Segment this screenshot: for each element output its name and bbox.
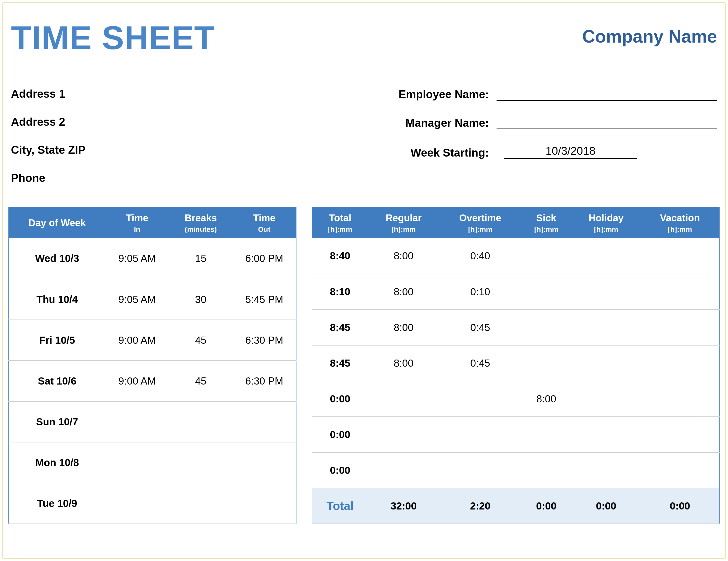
cell-sick[interactable] <box>521 452 571 488</box>
week-starting-field[interactable]: 10/3/2018 <box>504 144 637 159</box>
cell-vacation[interactable] <box>641 238 719 274</box>
cell-overtime[interactable] <box>439 417 521 452</box>
cell-total: 8:45 <box>312 345 368 381</box>
col-vacation-label: Vacation <box>660 213 700 223</box>
week-starting-label: Week Starting: <box>372 146 494 159</box>
totals-holiday: 0:00 <box>571 488 641 524</box>
cell-regular[interactable]: 8:00 <box>368 274 439 310</box>
cell-day[interactable]: Tue 10/9 <box>9 483 105 524</box>
cell-day[interactable]: Mon 10/8 <box>9 442 105 483</box>
cell-overtime[interactable] <box>439 452 521 488</box>
cell-total: 8:10 <box>312 274 368 310</box>
cell-regular[interactable] <box>368 452 439 488</box>
cell-regular[interactable] <box>368 417 439 452</box>
cell-overtime[interactable]: 0:45 <box>439 345 521 381</box>
cell-vacation[interactable] <box>641 345 719 381</box>
cell-time-out[interactable]: 6:00 PM <box>232 238 296 279</box>
col-overtime: Overtime [h]:mm <box>439 207 521 238</box>
cell-holiday[interactable] <box>571 274 641 310</box>
col-overtime-sub: [h]:mm <box>441 225 519 234</box>
totals-regular: 32:00 <box>368 488 439 524</box>
table-row: 8:458:000:45 <box>312 345 719 381</box>
cell-vacation[interactable] <box>641 381 719 417</box>
cell-vacation[interactable] <box>641 310 719 345</box>
cell-breaks[interactable]: 15 <box>169 238 233 279</box>
cell-day[interactable]: Sun 10/7 <box>9 401 105 442</box>
cell-sick[interactable]: 8:00 <box>521 381 571 417</box>
cell-breaks[interactable] <box>169 401 233 442</box>
cell-regular[interactable]: 8:00 <box>368 238 439 274</box>
cell-time-out[interactable] <box>232 442 296 483</box>
cell-holiday[interactable] <box>571 310 641 345</box>
totals-vacation: 0:00 <box>641 488 719 524</box>
cell-sick[interactable] <box>521 345 571 381</box>
cell-regular[interactable] <box>368 381 439 417</box>
cell-regular[interactable]: 8:00 <box>368 310 439 345</box>
cell-time-in[interactable]: 9:05 AM <box>105 238 169 279</box>
city-state-zip-label: City, State ZIP <box>11 143 356 156</box>
cell-sick[interactable] <box>521 417 571 452</box>
table-row: 8:458:000:45 <box>312 310 719 345</box>
cell-overtime[interactable]: 0:40 <box>439 238 521 274</box>
cell-holiday[interactable] <box>571 345 641 381</box>
col-time-out-label: Time <box>253 213 276 223</box>
cell-time-out[interactable] <box>232 483 296 524</box>
manager-name-label: Manager Name: <box>372 116 494 129</box>
cell-time-out[interactable] <box>232 401 296 442</box>
col-overtime-label: Overtime <box>459 213 501 223</box>
cell-holiday[interactable] <box>571 381 641 417</box>
table-row: Sat 10/69:00 AM456:30 PM <box>9 361 296 401</box>
cell-time-in[interactable]: 9:05 AM <box>105 279 169 320</box>
cell-day[interactable]: Wed 10/3 <box>9 238 105 279</box>
col-vacation: Vacation [h]:mm <box>641 207 719 238</box>
cell-overtime[interactable]: 0:45 <box>439 310 521 345</box>
cell-time-in[interactable] <box>105 401 169 442</box>
cell-holiday[interactable] <box>571 417 641 452</box>
cell-total: 0:00 <box>312 417 368 452</box>
cell-vacation[interactable] <box>641 417 719 452</box>
cell-time-in[interactable]: 9:00 AM <box>105 361 169 401</box>
employee-name-label: Employee Name: <box>372 88 494 101</box>
table-row: Sun 10/7 <box>9 401 296 442</box>
cell-breaks[interactable] <box>169 483 233 524</box>
employee-name-field[interactable] <box>497 87 717 101</box>
cell-time-out[interactable]: 5:45 PM <box>232 279 296 320</box>
company-name: Company Name <box>582 26 717 47</box>
cell-vacation[interactable] <box>641 452 719 488</box>
col-sick: Sick [h]:mm <box>521 207 571 238</box>
cell-day[interactable]: Fri 10/5 <box>9 320 105 361</box>
cell-time-in[interactable] <box>105 442 169 483</box>
cell-total: 0:00 <box>312 452 368 488</box>
cell-holiday[interactable] <box>571 452 641 488</box>
cell-overtime[interactable] <box>439 381 521 417</box>
cell-breaks[interactable] <box>169 442 233 483</box>
manager-name-field[interactable] <box>497 116 717 129</box>
cell-vacation[interactable] <box>641 274 719 310</box>
cell-total: 8:40 <box>312 238 368 274</box>
table-row: 0:00 <box>312 417 719 452</box>
cell-overtime[interactable]: 0:10 <box>439 274 521 310</box>
cell-breaks[interactable]: 45 <box>169 320 233 361</box>
address-1-label: Address 1 <box>11 87 356 100</box>
totals-row: Total 32:00 2:20 0:00 0:00 0:00 <box>312 488 719 524</box>
col-regular-sub: [h]:mm <box>370 225 437 234</box>
col-regular: Regular [h]:mm <box>368 207 439 238</box>
cell-time-out[interactable]: 6:30 PM <box>232 320 296 361</box>
cell-day[interactable]: Thu 10/4 <box>9 279 105 320</box>
cell-holiday[interactable] <box>571 238 641 274</box>
table-row: 0:008:00 <box>312 381 719 417</box>
cell-sick[interactable] <box>521 310 571 345</box>
cell-day[interactable]: Sat 10/6 <box>9 361 105 401</box>
cell-regular[interactable]: 8:00 <box>368 345 439 381</box>
cell-breaks[interactable]: 45 <box>169 361 233 401</box>
cell-time-out[interactable]: 6:30 PM <box>232 361 296 401</box>
cell-time-in[interactable]: 9:00 AM <box>105 320 169 361</box>
cell-breaks[interactable]: 30 <box>169 279 233 320</box>
cell-sick[interactable] <box>521 238 571 274</box>
col-holiday-label: Holiday <box>589 213 623 223</box>
col-time-in-sub: In <box>107 225 167 234</box>
totals-label: Total <box>312 488 368 524</box>
col-breaks-label: Breaks <box>185 213 217 223</box>
cell-sick[interactable] <box>521 274 571 310</box>
cell-time-in[interactable] <box>105 483 169 524</box>
